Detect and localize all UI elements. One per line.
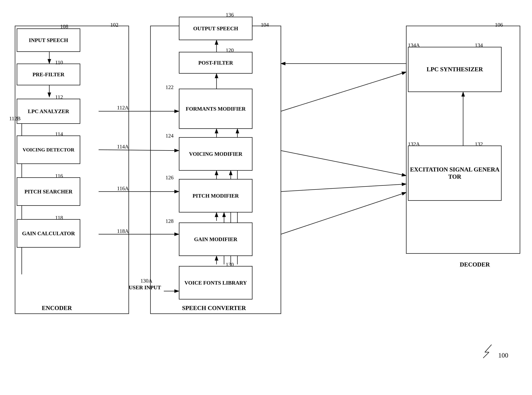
ref-128: 128 bbox=[166, 218, 173, 224]
formants-modifier-block: FORMANTS MODIFIER bbox=[179, 89, 253, 129]
gain-calculator-block: GAIN CALCULATOR bbox=[17, 219, 80, 248]
svg-line-32 bbox=[485, 345, 492, 352]
ref-114: 114 bbox=[55, 131, 63, 137]
voicing-modifier-block: VOICING MODIFIER bbox=[179, 137, 253, 171]
svg-line-27 bbox=[281, 151, 406, 176]
voicing-detector-block: VOICING DETECTOR bbox=[17, 136, 80, 164]
ref-116A: 116A bbox=[117, 185, 129, 192]
pre-filter-block: PRE-FILTER bbox=[17, 64, 80, 85]
lpc-analyzer-block: LPC ANALYZER bbox=[17, 99, 80, 124]
ref-132A: 132A bbox=[408, 141, 420, 147]
ref-112A: 112A bbox=[117, 104, 129, 111]
excitation-signal-generator-block: EXCITATION SIGNAL GENERA TOR bbox=[408, 146, 502, 201]
ref-100: 100 bbox=[498, 351, 508, 359]
post-filter-block: POST-FILTER bbox=[179, 52, 253, 74]
ref-122: 122 bbox=[166, 84, 173, 90]
encoder-label: ENCODER bbox=[25, 304, 89, 312]
ref-130A: 130A bbox=[140, 278, 152, 284]
ref-116: 116 bbox=[55, 173, 63, 179]
speech-converter-label: SPEECH CONVERTER bbox=[177, 304, 251, 312]
ref-118A: 118A bbox=[117, 228, 129, 234]
ref-108: 108 bbox=[60, 23, 68, 30]
ref-134: 134 bbox=[475, 42, 483, 48]
svg-line-34 bbox=[483, 352, 489, 358]
diagram: INPUT SPEECH 108 PRE-FILTER 110 LPC ANAL… bbox=[0, 0, 532, 395]
ref-104: 104 bbox=[261, 22, 269, 28]
lpc-synthesizer-block: LPC SYNTHESIZER bbox=[408, 47, 502, 92]
ref-124: 124 bbox=[166, 133, 173, 139]
lightning-bolt-icon bbox=[482, 343, 498, 360]
ref-120: 120 bbox=[226, 47, 234, 53]
ref-134A: 134A bbox=[408, 42, 420, 48]
ref-110: 110 bbox=[55, 59, 63, 66]
gain-modifier-block: GAIN MODIFIER bbox=[179, 223, 253, 256]
ref-132: 132 bbox=[475, 141, 483, 147]
ref-136: 136 bbox=[226, 12, 234, 18]
decoder-label: DECODER bbox=[428, 261, 522, 268]
ref-112B: 112B bbox=[9, 115, 21, 122]
pitch-modifier-block: PITCH MODIFIER bbox=[179, 179, 253, 213]
ref-106: 106 bbox=[495, 22, 503, 28]
ref-112: 112 bbox=[55, 94, 63, 100]
output-speech-block: OUTPUT SPEECH bbox=[179, 17, 253, 40]
ref-118: 118 bbox=[55, 215, 63, 221]
voice-fonts-library-block: VOICE FONTS LIBRARY bbox=[179, 266, 253, 299]
user-input-label: USER INPUT bbox=[129, 284, 162, 291]
ref-130: 130 bbox=[226, 262, 234, 268]
ref-114A: 114A bbox=[117, 143, 129, 150]
ref-126: 126 bbox=[166, 175, 173, 181]
svg-line-13 bbox=[99, 150, 179, 151]
input-speech-block: INPUT SPEECH bbox=[17, 28, 80, 52]
pitch-searcher-block: PITCH SEARCHER bbox=[17, 177, 80, 206]
ref-102: 102 bbox=[110, 22, 118, 28]
svg-line-26 bbox=[281, 72, 406, 111]
svg-line-29 bbox=[281, 192, 406, 234]
svg-line-28 bbox=[281, 184, 406, 192]
